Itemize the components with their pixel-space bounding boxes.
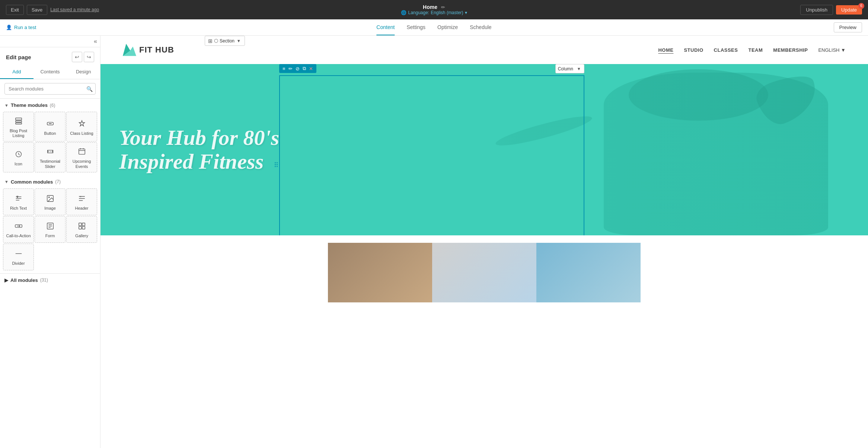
all-modules-chevron: ▶: [4, 277, 8, 283]
blog-post-listing-label: Blog Post Listing: [6, 128, 31, 138]
preview-button[interactable]: Preview: [834, 22, 862, 32]
exit-button[interactable]: Exit: [6, 5, 24, 15]
logo-text: FIT HUB: [139, 45, 174, 55]
form-label: Form: [45, 233, 55, 238]
tab-optimize[interactable]: Optimize: [437, 20, 458, 35]
sidebar: « Edit page ↩ ↪ Add Contents Design 🔍 ▼ …: [0, 36, 100, 448]
module-upcoming-events[interactable]: Upcoming Events: [66, 142, 97, 172]
language-label: Language:: [408, 10, 429, 15]
last-saved-label[interactable]: Last saved a minute ago: [50, 7, 99, 12]
content-toolbar: ≡ ✏ ⊘ ⧉ ✕: [279, 64, 316, 73]
hero-image-area: [369, 64, 868, 235]
svg-rect-1: [15, 121, 22, 122]
divider-label: Divider: [12, 261, 25, 266]
sidebar-tab-add[interactable]: Add: [0, 65, 33, 79]
content-delete-icon[interactable]: ✕: [308, 65, 314, 72]
module-blog-post-listing[interactable]: Blog Post Listing: [3, 112, 34, 142]
nav-team[interactable]: TEAM: [748, 47, 763, 53]
modules-list: ▼ Theme modules (6) Blog Post Listing: [0, 99, 100, 448]
hero-text: Your Hub for 80's Inspired Fitness: [119, 126, 279, 174]
thumbnail-1: [328, 243, 432, 302]
nav-classes[interactable]: CLASSES: [714, 47, 738, 53]
tab-content[interactable]: Content: [376, 20, 395, 35]
upcoming-events-icon: [77, 146, 87, 157]
sub-nav-tabs: Content Settings Optimize Schedule: [376, 20, 491, 35]
module-header[interactable]: H Header: [66, 188, 97, 215]
search-icon: 🔍: [86, 86, 93, 92]
language-info: 🌐 Language: English (master) ▾: [401, 10, 467, 15]
module-gallery[interactable]: Gallery: [66, 216, 97, 243]
sidebar-tab-contents[interactable]: Contents: [33, 65, 67, 79]
sub-nav-right: Preview: [834, 22, 862, 32]
language-value[interactable]: English (master): [431, 10, 463, 15]
hero-section: Column ▾ ≡ ✏ ⊘ ⧉ ✕ Your Hub for: [100, 64, 868, 235]
common-modules-grid: Rich Text Image: [0, 187, 100, 273]
sidebar-title: Edit page: [6, 54, 31, 60]
module-rich-text[interactable]: Rich Text: [3, 188, 34, 215]
sidebar-header: Edit page ↩ ↪: [0, 47, 100, 65]
section-tag-icon: ⬡: [214, 38, 218, 44]
nav-studio[interactable]: STUDIO: [684, 47, 703, 53]
section-toolbar-wrapper: ⊞ ⬡ Section ▾: [205, 36, 245, 46]
nav-language[interactable]: ENGLISH ▼: [818, 47, 846, 53]
common-modules-header[interactable]: ▼ Common modules (7): [0, 175, 100, 187]
all-modules-count: (31): [40, 277, 48, 283]
column-dropdown-button[interactable]: ▾: [576, 65, 582, 72]
globe-icon: 🌐: [401, 10, 406, 15]
svg-rect-0: [15, 118, 22, 120]
sidebar-tabs: Add Contents Design: [0, 65, 100, 79]
nav-membership[interactable]: MEMBERSHIP: [773, 47, 808, 53]
module-form[interactable]: Form: [35, 216, 66, 243]
svg-rect-6: [79, 149, 85, 155]
module-class-listing[interactable]: Class Listing: [66, 112, 97, 142]
module-button[interactable]: Button: [35, 112, 66, 142]
all-modules-header[interactable]: ▶ All modules (31): [0, 273, 100, 286]
hero-content: Your Hub for 80's Inspired Fitness: [119, 126, 279, 174]
cta-label: Call-to-Action: [6, 233, 31, 238]
content-edit-icon[interactable]: ✏: [287, 65, 294, 72]
common-modules-label: Common modules: [11, 179, 53, 185]
content-copy-icon[interactable]: ⧉: [301, 65, 307, 72]
unpublish-button[interactable]: Unpublish: [800, 5, 833, 15]
svg-rect-23: [79, 226, 81, 229]
class-listing-label: Class Listing: [70, 131, 93, 136]
module-testimonial-slider[interactable]: Testimonial Slider: [35, 142, 66, 172]
module-image[interactable]: Image: [35, 188, 66, 215]
module-icon[interactable]: Icon: [3, 142, 34, 172]
section-dropdown-button[interactable]: ▾: [236, 37, 242, 44]
logo-icon: [123, 43, 136, 57]
sidebar-collapse-button[interactable]: «: [94, 38, 97, 45]
update-button[interactable]: Update 6: [836, 5, 862, 15]
search-input[interactable]: [4, 83, 96, 95]
divider-icon: [13, 248, 24, 259]
column-toolbar: Column ▾: [555, 64, 584, 73]
tab-schedule[interactable]: Schedule: [470, 20, 491, 35]
cta-icon: [13, 221, 24, 231]
run-test-link[interactable]: 👤 Run a test: [6, 25, 36, 30]
update-badge: 6: [858, 3, 864, 9]
form-icon: [45, 221, 55, 231]
header-label: Header: [75, 206, 88, 211]
sub-nav: 👤 Run a test Content Settings Optimize S…: [0, 19, 868, 36]
content-align-icon[interactable]: ≡: [281, 65, 287, 72]
nav-home[interactable]: HOME: [658, 47, 673, 53]
theme-modules-header[interactable]: ▼ Theme modules (6): [0, 99, 100, 110]
content-style-icon[interactable]: ⊘: [294, 65, 301, 72]
tab-settings[interactable]: Settings: [406, 20, 425, 35]
undo-button[interactable]: ↩: [72, 52, 82, 62]
testimonial-slider-label: Testimonial Slider: [37, 159, 63, 169]
language-dropdown-icon[interactable]: ▾: [465, 10, 467, 15]
header-icon: H: [77, 193, 87, 204]
top-bar: Exit Save Last saved a minute ago Home ✏…: [0, 0, 868, 19]
edit-page-title-icon[interactable]: ✏: [441, 4, 445, 10]
redo-button[interactable]: ↪: [84, 52, 94, 62]
thumbnail-3: [536, 243, 641, 302]
svg-rect-2: [15, 123, 22, 124]
sidebar-tab-design[interactable]: Design: [67, 65, 100, 79]
common-modules-count: (7): [55, 179, 61, 184]
save-button[interactable]: Save: [27, 5, 48, 15]
module-cta[interactable]: Call-to-Action: [3, 216, 34, 243]
module-divider[interactable]: Divider: [3, 244, 34, 270]
theme-modules-label: Theme modules: [11, 102, 48, 108]
svg-rect-24: [82, 226, 84, 229]
